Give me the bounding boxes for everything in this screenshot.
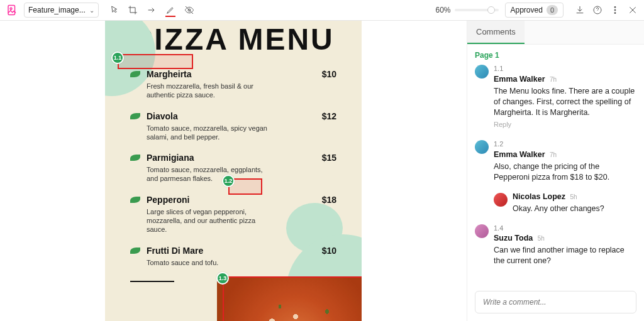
panel-tabs: Comments — [467, 21, 644, 45]
approved-count: 0 — [547, 5, 558, 15]
item-name: Pepperoni — [147, 195, 189, 205]
file-dropdown[interactable]: Feature_image... ⌄ — [24, 3, 99, 18]
tool-group — [109, 5, 194, 15]
comment-author: Suzu Toda — [494, 234, 533, 242]
comment-text: The Menu looks fine. There are a couple … — [494, 86, 636, 118]
help-icon[interactable] — [592, 5, 602, 15]
comment-reply[interactable]: Nicolas Lopez 5h Okay. Any other changes… — [494, 192, 636, 214]
item-price: $15 — [322, 153, 336, 163]
hide-annotations-icon[interactable] — [184, 5, 194, 15]
reply-link[interactable]: Reply — [494, 120, 511, 129]
avatar — [475, 224, 489, 238]
arrow-tool-icon[interactable] — [147, 5, 157, 15]
file-name: Feature_image... — [28, 6, 86, 14]
leaf-icon — [130, 71, 140, 77]
comment-author: Nicolas Lopez — [513, 192, 565, 201]
item-name: Frutti Di Mare — [147, 246, 203, 256]
more-icon[interactable] — [610, 5, 620, 15]
menu-divider — [130, 281, 174, 282]
close-icon[interactable] — [628, 5, 638, 15]
comment-time: 7h — [550, 151, 557, 158]
chevron-down-icon: ⌄ — [89, 7, 94, 14]
item-desc: Tomato sauce, mozzarella, spicy vegan sa… — [147, 124, 272, 142]
pointer-tool-icon[interactable] — [109, 5, 119, 15]
annotation-badge[interactable]: 1.1 — [111, 52, 124, 64]
comments-panel: Comments Page 1 1.1 Emma Walker 7h The M… — [467, 21, 644, 321]
approved-button[interactable]: Approved 0 — [505, 3, 564, 18]
item-price: $10 — [322, 69, 336, 79]
comment[interactable]: 1.2 Emma Walker 7h Also, change the pric… — [475, 139, 636, 183]
comment-text: Also, change the pricing of the Pepperon… — [494, 161, 636, 183]
svg-point-6 — [614, 13, 616, 14]
canvas[interactable]: PIZZA MENU 1.1 Margheirta $10 Fresh mozz… — [0, 21, 467, 321]
menu-document: PIZZA MENU 1.1 Margheirta $10 Fresh mozz… — [105, 21, 362, 321]
item-price: $10 — [322, 246, 336, 256]
toolbar-right-icons — [575, 5, 638, 15]
comment-text: Okay. Any other changes? — [513, 204, 636, 214]
menu-item: Diavola $12 Tomato sauce, mozzarella, sp… — [130, 111, 336, 142]
menu-item: Pepperoni $18 Large slices of vegan pepp… — [130, 195, 336, 234]
marker-tool-icon[interactable] — [165, 5, 175, 15]
comment-input[interactable] — [475, 291, 636, 313]
leaf-icon — [130, 197, 140, 203]
comment-time: 7h — [550, 76, 557, 83]
content-area: PIZZA MENU 1.1 Margheirta $10 Fresh mozz… — [0, 21, 644, 321]
comment-text: Can we find another image to replace the… — [494, 245, 636, 266]
comment-number: 1.1 — [494, 65, 503, 72]
avatar — [475, 65, 489, 79]
item-desc: Tomato sauce and tofu. — [147, 258, 272, 267]
svg-rect-0 — [8, 6, 15, 15]
comments-list[interactable]: Page 1 1.1 Emma Walker 7h The Menu looks… — [467, 45, 644, 285]
comment-time: 5h — [538, 235, 545, 242]
annotation-badge[interactable]: 1.2 — [222, 175, 235, 187]
zoom-control[interactable]: 60% — [435, 6, 498, 14]
leaf-icon — [130, 248, 140, 254]
brand-icon — [6, 4, 18, 16]
comment[interactable]: 1.4 Suzu Toda 5h Can we find another ima… — [475, 223, 636, 267]
leaf-icon — [130, 155, 140, 161]
item-desc: Fresh mozzarella, fresh basil & our auth… — [147, 82, 272, 100]
comment[interactable]: 1.1 Emma Walker 7h The Menu looks fine. … — [475, 63, 636, 130]
comment-number: 1.4 — [494, 224, 503, 232]
annotation-badge[interactable]: 1.3 — [216, 272, 229, 285]
item-name: Margheirta — [147, 69, 192, 79]
avatar — [475, 140, 489, 154]
zoom-slider-handle[interactable] — [487, 6, 495, 14]
annotation-box[interactable] — [223, 276, 362, 321]
svg-point-1 — [10, 8, 12, 9]
menu-item: Frutti Di Mare $10 Tomato sauce and tofu… — [130, 246, 336, 267]
tab-comments[interactable]: Comments — [467, 21, 525, 44]
annotation-box[interactable] — [118, 54, 193, 69]
crop-tool-icon[interactable] — [128, 5, 138, 15]
svg-point-4 — [614, 6, 616, 8]
comment-number: 1.2 — [494, 140, 503, 148]
avatar — [494, 193, 508, 207]
download-icon[interactable] — [575, 5, 585, 15]
approved-label: Approved — [511, 6, 543, 14]
menu-item: Margheirta $10 Fresh mozzarella, fresh b… — [130, 69, 336, 100]
item-price: $12 — [322, 111, 336, 121]
zoom-value: 60% — [435, 6, 450, 14]
page-label: Page 1 — [475, 51, 636, 60]
item-name: Diavola — [147, 111, 178, 121]
comment-author: Emma Walker — [494, 150, 545, 159]
menu-list: 1.1 Margheirta $10 Fresh mozzarella, fre… — [105, 57, 362, 267]
comment-input-area — [467, 285, 644, 321]
comment-time: 5h — [570, 193, 577, 200]
comment-author: Emma Walker — [494, 75, 545, 84]
item-desc: Large slices of vegan pepperoni, mozzare… — [147, 207, 272, 234]
svg-point-5 — [614, 9, 616, 11]
item-name: Parmigiana — [147, 153, 194, 163]
top-toolbar: Feature_image... ⌄ 60% Approved 0 — [0, 0, 644, 21]
item-price: $18 — [322, 195, 336, 205]
zoom-slider[interactable] — [455, 9, 499, 11]
leaf-icon — [130, 113, 140, 119]
